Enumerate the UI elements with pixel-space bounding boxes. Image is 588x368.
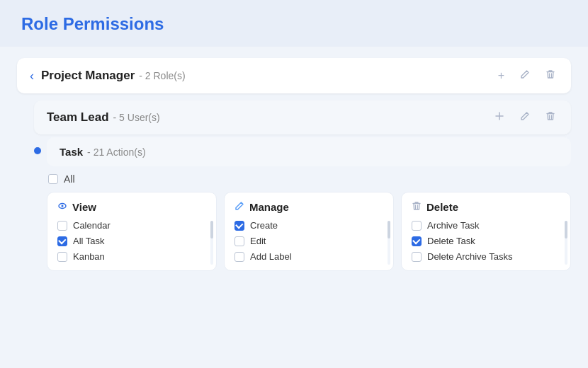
perm-item: Delete Task bbox=[412, 236, 556, 246]
checkbox-kanban[interactable] bbox=[57, 252, 67, 262]
perm-item-label: All Task bbox=[73, 236, 105, 246]
perm-item-label: Add Label bbox=[250, 251, 292, 262]
view-col-title: View bbox=[72, 201, 96, 213]
tree-content: Task - 21 Action(s) All ViewCalendarAll … bbox=[47, 137, 571, 271]
trash-icon bbox=[412, 201, 422, 211]
delete-col-title: Delete bbox=[426, 201, 458, 213]
perm-item: Calendar bbox=[57, 220, 202, 231]
perm-item: Edit bbox=[234, 236, 379, 246]
team-lead-meta: - 5 User(s) bbox=[113, 112, 160, 123]
edit-role-button[interactable] bbox=[517, 68, 533, 84]
perm-item-label: Kanban bbox=[73, 251, 105, 262]
manage-icon bbox=[234, 201, 244, 211]
checkbox-add-label[interactable] bbox=[234, 252, 244, 262]
view-col-icon bbox=[57, 201, 67, 213]
all-checkbox-row: All bbox=[47, 173, 571, 185]
edit-team-icon bbox=[520, 111, 530, 121]
perm-col-delete: DeleteArchive TaskDelete TaskDelete Arch… bbox=[401, 192, 571, 271]
perm-item: Delete Archive Tasks bbox=[412, 251, 556, 262]
content-area: ‹ Project Manager - 2 Role(s) + Team Lea… bbox=[0, 47, 588, 282]
checkbox-delete-archive-tasks[interactable] bbox=[412, 252, 422, 262]
edit-team-button[interactable] bbox=[517, 110, 533, 125]
task-meta: - 21 Action(s) bbox=[87, 146, 145, 158]
scroll-indicator bbox=[565, 221, 567, 265]
delete-col-icon bbox=[412, 201, 422, 213]
scroll-indicator bbox=[388, 221, 390, 265]
checkbox-edit[interactable] bbox=[234, 236, 244, 246]
perm-item-label: Calendar bbox=[73, 220, 111, 231]
tree-connector bbox=[34, 137, 41, 154]
task-row: Task - 21 Action(s) bbox=[47, 137, 571, 166]
delete-icon bbox=[545, 69, 555, 79]
perm-item-label: Delete Task bbox=[427, 236, 475, 246]
team-lead-name: Team Lead bbox=[47, 110, 109, 125]
edit-icon bbox=[520, 69, 530, 79]
tree-dot bbox=[34, 147, 41, 154]
add-team-button[interactable] bbox=[492, 110, 507, 125]
all-checkbox[interactable] bbox=[48, 174, 58, 184]
perm-item: All Task bbox=[57, 236, 202, 246]
permission-columns: ViewCalendarAll TaskKanbanManageCreateEd… bbox=[47, 192, 571, 271]
team-lead-row: Team Lead - 5 User(s) bbox=[34, 100, 571, 134]
perm-item-label: Create bbox=[250, 220, 278, 231]
page-title: Role Permissions bbox=[21, 14, 567, 34]
perm-item-label: Edit bbox=[250, 236, 266, 246]
perm-item-label: Archive Task bbox=[427, 220, 479, 231]
add-icon bbox=[494, 111, 504, 121]
add-role-button[interactable]: + bbox=[495, 68, 507, 84]
back-button[interactable]: ‹ bbox=[30, 69, 34, 84]
scroll-indicator bbox=[210, 221, 213, 265]
tree-section: Task - 21 Action(s) All ViewCalendarAll … bbox=[34, 137, 571, 271]
all-label: All bbox=[64, 173, 75, 185]
perm-item-label: Delete Archive Tasks bbox=[427, 251, 512, 262]
project-manager-row: ‹ Project Manager - 2 Role(s) + bbox=[17, 58, 571, 93]
task-name: Task bbox=[60, 146, 83, 158]
checkbox-create[interactable] bbox=[234, 221, 244, 231]
perm-item: Kanban bbox=[57, 251, 202, 262]
perm-col-manage: ManageCreateEditAdd Label bbox=[224, 192, 394, 271]
perm-item: Archive Task bbox=[412, 220, 556, 231]
perm-item: Create bbox=[234, 220, 379, 231]
role-meta: - 2 Role(s) bbox=[139, 70, 185, 81]
delete-team-icon bbox=[545, 111, 555, 121]
manage-col-icon bbox=[234, 201, 244, 213]
manage-col-title: Manage bbox=[249, 201, 289, 213]
perm-item: Add Label bbox=[234, 251, 379, 262]
view-icon bbox=[57, 201, 67, 211]
role-name: Project Manager bbox=[41, 69, 135, 83]
checkbox-calendar[interactable] bbox=[57, 221, 67, 231]
perm-col-view: ViewCalendarAll TaskKanban bbox=[47, 192, 217, 271]
svg-point-1 bbox=[62, 205, 64, 207]
delete-team-button[interactable] bbox=[543, 110, 558, 125]
team-row-actions bbox=[492, 110, 558, 125]
checkbox-archive-task[interactable] bbox=[412, 221, 422, 231]
role-row-actions: + bbox=[495, 68, 558, 84]
delete-role-button[interactable] bbox=[543, 68, 558, 84]
checkbox-all-task[interactable] bbox=[57, 236, 67, 246]
checkbox-delete-task[interactable] bbox=[412, 236, 422, 246]
page-header: Role Permissions bbox=[0, 0, 588, 47]
